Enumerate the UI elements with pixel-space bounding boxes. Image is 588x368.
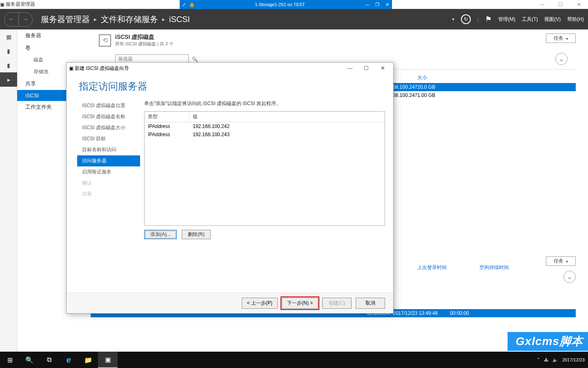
tray-overflow-icon[interactable]: ˄	[537, 357, 540, 363]
watermark: Gxlcms脚本	[508, 332, 588, 351]
wizard-step-target[interactable]: iSCSI 目标	[79, 133, 140, 144]
cell-value: 192.168.100.243	[189, 130, 233, 139]
outer-min-button[interactable]: —	[533, 0, 551, 9]
tray-clock[interactable]: 2017/12/23	[562, 357, 585, 362]
create-button: 创建(C)	[322, 298, 352, 309]
col-value[interactable]: 值	[189, 112, 385, 122]
menu-tools[interactable]: 工具(T)	[522, 16, 538, 23]
section-icon: ⟲	[99, 34, 111, 47]
section-subtitle: 所有 iSCSI 虚拟磁盘 | 共 2 个	[115, 41, 174, 47]
wizard-heading: 指定访问服务器	[67, 74, 393, 100]
outer-close-button[interactable]: ✕	[570, 0, 588, 9]
vm-close-button[interactable]: ✕	[382, 1, 392, 8]
col-last-login: 上次登录时间	[417, 264, 447, 271]
initiator-row[interactable]: IPAddress 192.168.100.243	[145, 130, 385, 139]
wizard-close-button[interactable]: ✕	[374, 63, 391, 73]
breadcrumb-3[interactable]: iSCSI	[169, 15, 190, 24]
breadcrumb-2[interactable]: 文件和存储服务	[101, 14, 158, 25]
tasks-dropdown[interactable]: 任务	[546, 34, 576, 43]
wizard-step-name[interactable]: iSCSI 虚拟磁盘名称	[79, 111, 140, 122]
breadcrumb-sep-icon: ▸	[162, 16, 165, 22]
col-type[interactable]: 类型	[145, 112, 189, 122]
taskbar-ie[interactable]: e	[59, 352, 78, 368]
lock-icon[interactable]: 🔒	[189, 2, 195, 7]
wizard-step-location[interactable]: iSCSI 虚拟磁盘位置	[79, 100, 140, 111]
expand-toggle-button[interactable]: ⌄	[555, 53, 568, 65]
wizard-step-access[interactable]: 访问服务器	[77, 155, 140, 166]
sidebar-item-volumes[interactable]: 卷	[17, 42, 91, 54]
remove-button[interactable]: 删除(R)	[182, 230, 211, 239]
outer-max-button[interactable]: ☐	[551, 0, 570, 9]
wizard-dialog: ▣ 新建 iSCSI 虚拟磁盘向导 — ☐ ✕ 指定访问服务器 iSCSI 虚拟…	[66, 62, 394, 314]
menu-view[interactable]: 视图(V)	[544, 16, 561, 23]
wizard-step-auth[interactable]: 启用验证服务	[79, 166, 140, 177]
taskbar-server-manager[interactable]: ▣	[98, 352, 118, 368]
taskbar-explorer[interactable]: 📁	[78, 352, 98, 368]
wizard-max-button[interactable]: ☐	[358, 63, 374, 73]
section-title: iSCSI 虚拟磁盘	[115, 34, 174, 41]
tray-network-icon[interactable]: 🖧	[544, 357, 548, 362]
col-size[interactable]: 大小	[417, 74, 454, 81]
cell-type: IPAddress	[145, 130, 189, 139]
app-icon: ▣	[0, 2, 6, 7]
next-button[interactable]: 下一步(N) >	[282, 298, 318, 309]
wizard-step-confirm: 确认	[79, 177, 140, 188]
tray-volume-icon[interactable]: 🔈	[552, 357, 558, 363]
wizard-step-size[interactable]: iSCSI 虚拟磁盘大小	[79, 122, 140, 133]
row-size: 1.00 GB	[417, 92, 454, 98]
refresh-button[interactable]: ↻	[461, 14, 471, 24]
window-title: 服务器管理器	[6, 1, 35, 8]
taskbar: ⊞ 🔍 ⧉ e 📁 ▣ ˄ 🖧 🔈 2017/12/23	[0, 352, 588, 368]
wizard-title: 新建 iSCSI 虚拟磁盘向导	[75, 65, 129, 72]
initiator-table: 类型 值 IPAddress 192.168.100.242 IPAddress…	[144, 111, 385, 226]
nav-forward-button[interactable]: →	[18, 12, 33, 27]
vm-min-button[interactable]: —	[363, 1, 372, 8]
chevron-down-icon	[566, 36, 568, 41]
breadcrumb: 服务器管理器 ▸ 文件和存储服务 ▸ iSCSI	[41, 14, 190, 25]
search-icon[interactable]	[192, 55, 198, 63]
add-button[interactable]: 添加(A)...	[144, 230, 177, 239]
session-idle: 00:00:00	[450, 310, 469, 316]
sidebar-item-servers[interactable]: 服务器	[17, 29, 91, 42]
nav-rail: ▦ ▮ ▮ ▸	[0, 29, 17, 352]
vm-max-button[interactable]: ❐	[372, 1, 382, 8]
initiator-row[interactable]: IPAddress 192.168.100.242	[145, 122, 385, 130]
task-view-button[interactable]: ⧉	[39, 352, 59, 368]
menu-manage[interactable]: 管理(M)	[498, 16, 515, 23]
flag-icon[interactable]: ⚑	[485, 15, 492, 24]
cell-type: IPAddress	[145, 122, 189, 130]
rail-local-icon[interactable]: ▮	[0, 44, 17, 58]
rail-storage-icon[interactable]: ▸	[0, 72, 17, 87]
row-size: 20.0 GB	[417, 84, 454, 90]
menu-help[interactable]: 帮助(H)	[567, 16, 584, 23]
prev-button[interactable]: < 上一步(P)	[242, 298, 278, 309]
wizard-description: 单击"添加"以指定将访问此 iSCSI 虚拟磁盘的 iSCSI 发起程序。	[144, 100, 385, 107]
nav-back-button[interactable]: ←	[4, 12, 18, 27]
wizard-step-target-name[interactable]: 目标名称和访问	[79, 144, 140, 155]
col-idle: 空闲持续时间	[479, 264, 509, 271]
wizard-min-button[interactable]: —	[342, 63, 358, 73]
wizard-step-result: 结果	[79, 188, 140, 200]
tasks-label: 任务	[554, 35, 564, 42]
pin-icon[interactable]: ⤢	[182, 2, 186, 7]
vm-label: 1-Storage1-252 on TEST	[197, 2, 363, 7]
vm-titlebar: ⤢ 🔒 1-Storage1-252 on TEST — ❐ ✕	[180, 0, 392, 9]
rail-all-icon[interactable]: ▮	[0, 58, 17, 72]
dropdown-icon[interactable]: ▾	[452, 16, 454, 22]
wizard-steps: iSCSI 虚拟磁盘位置 iSCSI 虚拟磁盘名称 iSCSI 虚拟磁盘大小 i…	[67, 100, 140, 293]
cell-value: 192.168.100.242	[189, 122, 233, 130]
session-time: 2017/12/23 13:49:46	[393, 310, 450, 316]
start-button[interactable]: ⊞	[0, 352, 20, 368]
taskbar-search-button[interactable]: 🔍	[20, 352, 39, 368]
cancel-button[interactable]: 取消	[356, 298, 385, 309]
breadcrumb-sep-icon: ▸	[94, 16, 97, 22]
wizard-icon: ▣	[69, 65, 75, 71]
rail-dashboard-icon[interactable]: ▦	[0, 29, 17, 44]
breadcrumb-1[interactable]: 服务器管理器	[41, 14, 90, 25]
